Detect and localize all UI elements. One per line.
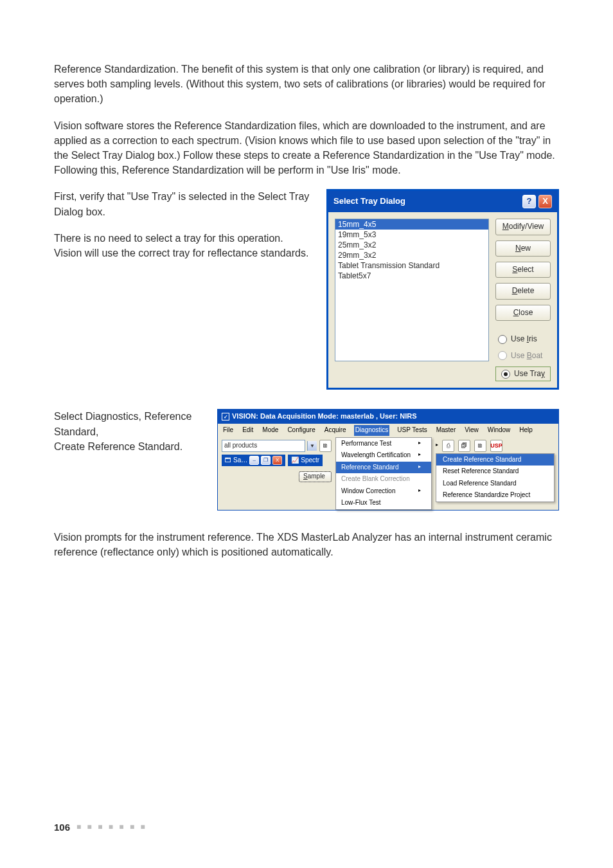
- list-item[interactable]: 19mm_5x3: [335, 230, 488, 240]
- dropdown-item-reference-standard[interactable]: Reference Standard▸: [336, 462, 431, 474]
- menu-edit[interactable]: Edit: [241, 425, 254, 436]
- toolbar-icon[interactable]: ⎙: [442, 440, 454, 452]
- diagnostics-dropdown[interactable]: Performance Test▸ Wavelength Certificati…: [335, 437, 432, 510]
- chevron-down-icon[interactable]: ▼: [307, 441, 317, 451]
- maximize-icon[interactable]: ❐: [261, 456, 271, 465]
- use-iris-radio[interactable]: Use Iris: [495, 334, 551, 345]
- child-window-spectr[interactable]: 📈Spectr: [288, 455, 323, 467]
- delete-button[interactable]: Delete: [495, 283, 551, 299]
- list-item[interactable]: 25mm_3x2: [335, 240, 488, 250]
- close-icon[interactable]: X: [538, 195, 552, 208]
- new-button[interactable]: New: [495, 240, 551, 257]
- select-tray-dialog: Select Tray Dialog ? X 15mm_4x5 19mm_5x3…: [326, 189, 559, 390]
- list-item[interactable]: Tablet Transmission Standard: [335, 260, 488, 271]
- minimize-icon[interactable]: –: [249, 456, 259, 465]
- vision-window: ✓ VISION: Data Acquisition Mode: masterl…: [217, 409, 559, 510]
- document-icon[interactable]: 🗎: [319, 440, 332, 452]
- menu-help[interactable]: Help: [518, 425, 534, 436]
- menu-view[interactable]: View: [463, 425, 480, 436]
- close-button[interactable]: Close: [495, 305, 551, 321]
- row2-line-2: Create Reference Standard.: [54, 439, 202, 454]
- submenu-item[interactable]: Load Reference Standard: [436, 478, 554, 490]
- menu-mode[interactable]: Mode: [261, 425, 280, 436]
- sample-button[interactable]: Sample: [299, 471, 332, 482]
- paragraph-1: Reference Standardization. The benefit o…: [54, 62, 559, 107]
- list-item[interactable]: 29mm_3x2: [335, 250, 488, 260]
- menu-acquire[interactable]: Acquire: [323, 425, 348, 436]
- menu-configure[interactable]: Configure: [286, 425, 316, 436]
- menu-bar[interactable]: File Edit Mode Configure Acquire Diagnos…: [218, 424, 558, 437]
- dropdown-item[interactable]: Performance Test▸: [336, 438, 431, 450]
- menu-file[interactable]: File: [222, 425, 235, 436]
- row2-line-1: Select Diagnostics, Reference Standard,: [54, 409, 202, 439]
- reference-standard-submenu[interactable]: Create Reference Standard Reset Referenc…: [436, 453, 555, 502]
- row1-text-2: There is no need to select a tray for th…: [54, 231, 311, 260]
- toolbar-icon[interactable]: 🗎: [474, 440, 486, 452]
- submenu-item[interactable]: Reference Standardize Project: [436, 489, 554, 502]
- dropdown-item: Create Blank Correction: [336, 473, 431, 485]
- child-window-sa[interactable]: 🗔Sa… – ❐ X: [222, 455, 285, 467]
- submenu-arrow-icon: ▸: [436, 441, 438, 452]
- toolbar-icon[interactable]: 🗐: [458, 440, 470, 452]
- app-icon: ✓: [222, 413, 229, 420]
- tray-listbox[interactable]: 15mm_4x5 19mm_5x3 25mm_3x2 29mm_3x2 Tabl…: [335, 219, 489, 361]
- menu-master[interactable]: Master: [435, 425, 458, 436]
- footer-dots-icon: ■ ■ ■ ■ ■ ■ ■: [76, 822, 147, 833]
- use-boat-radio: Use Boat: [495, 350, 551, 361]
- submenu-item[interactable]: Reset Reference Standard: [436, 466, 554, 478]
- help-icon[interactable]: ?: [522, 195, 536, 208]
- list-item[interactable]: 15mm_4x5: [335, 219, 488, 230]
- dropdown-item[interactable]: Window Correction▸: [336, 485, 431, 498]
- dialog-title: Select Tray Dialog: [333, 195, 405, 208]
- row1-text-1: First, verify that "Use Tray" is selecte…: [54, 189, 311, 219]
- dropdown-item[interactable]: Wavelength Certification▸: [336, 449, 431, 462]
- list-item[interactable]: Tablet5x7: [335, 271, 488, 281]
- menu-diagnostics[interactable]: Diagnostics: [354, 425, 390, 436]
- close-icon[interactable]: X: [272, 456, 282, 465]
- use-tray-radio[interactable]: Use Tray: [499, 368, 547, 379]
- menu-usp-tests[interactable]: USP Tests: [396, 425, 428, 436]
- paragraph-2: Vision software stores the Reference Sta…: [54, 118, 559, 178]
- paragraph-3: Vision prompts for the instrument refere…: [54, 530, 559, 559]
- product-combobox[interactable]: all products: [222, 440, 305, 452]
- submenu-item-create[interactable]: Create Reference Standard: [436, 454, 554, 466]
- select-button[interactable]: Select: [495, 262, 551, 278]
- menu-window[interactable]: Window: [486, 425, 512, 436]
- usp-button[interactable]: USP: [490, 440, 502, 452]
- page-number: 106: [54, 820, 70, 835]
- vision-title: VISION: Data Acquisition Mode: masterlab…: [232, 411, 416, 422]
- dropdown-item[interactable]: Low-Flux Test: [336, 497, 431, 509]
- modify-view-button[interactable]: Modify/View: [495, 219, 551, 235]
